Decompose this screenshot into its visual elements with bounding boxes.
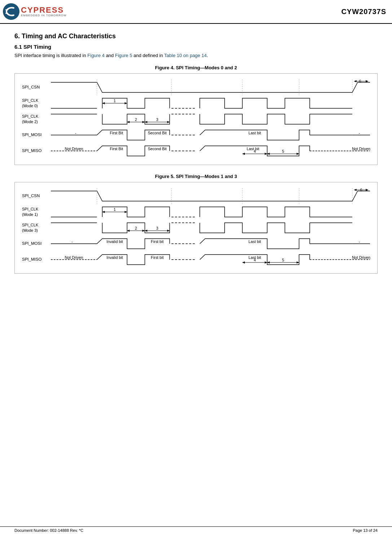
section-heading: 6. Timing and AC Characteristics [14, 32, 378, 40]
figure5-title: Figure 5. SPI Timing—Modes 1 and 3 [14, 174, 378, 179]
signal-wave-clk0: 1 [51, 95, 370, 111]
signal-row-csn: SPI_CSN [22, 79, 370, 95]
svg-text:Second Bit: Second Bit [148, 146, 167, 151]
signal-label-mosi: SPI_MOSI [22, 132, 51, 138]
svg-marker-74 [127, 230, 129, 232]
signal-row-clk0: SPI_CLK(Mode 0) [22, 95, 370, 111]
brand-name: CYPRESS [21, 6, 67, 14]
svg-marker-8 [366, 80, 368, 82]
svg-text:1: 1 [114, 98, 116, 103]
signal-label-csn2: SPI_CSN [22, 193, 51, 199]
signal-row-clk3: SPI_CLK(Mode 3) 2 [22, 220, 370, 236]
svg-marker-67 [102, 211, 105, 213]
svg-text:5: 5 [282, 257, 284, 262]
svg-marker-68 [125, 211, 127, 213]
svg-text:-: - [75, 130, 76, 135]
svg-marker-47 [296, 153, 299, 155]
figure5-link[interactable]: Figure 5 [115, 53, 132, 58]
svg-text:Not Driven: Not Driven [65, 146, 83, 151]
signal-label-clk1: SPI_CLK(Mode 1) [22, 207, 51, 217]
svg-text:6: 6 [360, 187, 362, 192]
svg-text:Second Bit: Second Bit [148, 130, 167, 135]
signal-row-miso: SPI_MISO [22, 143, 370, 159]
svg-text:5: 5 [282, 149, 284, 153]
page-footer: Document Number: 002-14888 Rev. *C Page … [0, 526, 392, 534]
svg-text:1: 1 [114, 207, 116, 211]
svg-text:-: - [71, 239, 73, 243]
signal-wave-clk2: 2 3 [51, 111, 370, 127]
document-number: Document Number: 002-14888 Rev. *C [14, 528, 83, 533]
svg-text:First bit: First bit [151, 239, 163, 243]
svg-text:6: 6 [359, 79, 361, 83]
page-header: CYPRESS EMBEDDED IN TOMORROW CYW20737S [0, 0, 392, 24]
subsection-heading: 6.1 SPI Timing [14, 44, 378, 50]
svg-text:3: 3 [156, 117, 158, 121]
svg-marker-99 [267, 261, 270, 264]
svg-text:Not Driven: Not Driven [352, 146, 370, 151]
svg-text:First Bit: First Bit [110, 146, 123, 151]
signal-label-miso2: SPI_MISO [22, 257, 51, 262]
signal-wave-mosi2: - Invalid bit First bit Last bit - [51, 236, 370, 252]
signal-label-clk3: SPI_CLK(Mode 3) [22, 222, 51, 233]
svg-text:2: 2 [135, 117, 137, 121]
svg-text:Last bit: Last bit [248, 130, 261, 135]
signal-wave-clk1: 1 [51, 204, 370, 220]
signal-wave-csn: 6 [51, 79, 370, 95]
signal-row-miso2: SPI_MISO 4 [22, 252, 370, 268]
signal-row-clk2: SPI_CLK(Mode 2) [22, 111, 370, 127]
page-number: Page 13 of 24 [353, 528, 378, 533]
svg-marker-25 [145, 121, 147, 123]
signal-row-csn2: SPI_CSN [22, 188, 370, 204]
svg-text:Last bit: Last bit [248, 239, 261, 243]
svg-marker-42 [242, 153, 245, 155]
intro-paragraph: SPI interface timing is illustrated in F… [14, 52, 378, 59]
svg-marker-21 [127, 121, 129, 123]
svg-text:Invalid bit: Invalid bit [106, 255, 123, 259]
svg-marker-100 [296, 261, 299, 264]
svg-text:3: 3 [156, 226, 158, 230]
svg-text:Not Driven: Not Driven [65, 255, 83, 259]
svg-text:First Bit: First Bit [110, 130, 123, 135]
signal-row-mosi2: SPI_MOSI - Invalid bit First [22, 236, 370, 252]
svg-marker-15 [125, 102, 127, 104]
signal-label-clk0: SPI_CLK(Mode 0) [22, 98, 51, 108]
svg-marker-46 [267, 153, 270, 155]
signal-label-clk2: SPI_CLK(Mode 2) [22, 114, 51, 124]
svg-text:Last bit: Last bit [247, 146, 259, 151]
signal-label-csn: SPI_CSN [22, 84, 51, 90]
signal-row-mosi: SPI_MOSI [22, 127, 370, 143]
figure5-diagram: SPI_CSN [14, 182, 378, 274]
brand-text: CYPRESS EMBEDDED IN TOMORROW [21, 6, 67, 17]
table10-link[interactable]: Table 10 on page 14 [164, 53, 207, 58]
svg-marker-60 [354, 189, 357, 191]
svg-text:Not Driven: Not Driven [352, 255, 370, 259]
svg-marker-43 [265, 153, 267, 155]
svg-text:-: - [359, 130, 360, 135]
svg-marker-7 [354, 80, 357, 82]
signal-wave-miso2: 4 5 Not Driven Invalid bit First bit Las… [51, 252, 370, 268]
svg-marker-14 [102, 102, 105, 104]
svg-marker-78 [145, 230, 147, 232]
svg-text:First bit: First bit [151, 255, 163, 259]
svg-marker-26 [167, 121, 170, 123]
document-id: CYW20737S [341, 8, 386, 16]
svg-text:Invalid bit: Invalid bit [106, 239, 123, 243]
signal-label-miso: SPI_MISO [22, 148, 51, 153]
svg-text:2: 2 [135, 226, 137, 230]
cypress-logo: CYPRESS EMBEDDED IN TOMORROW [3, 3, 67, 20]
signal-row-clk1: SPI_CLK(Mode 1) [22, 204, 370, 220]
brand-sub: EMBEDDED IN TOMORROW [21, 14, 67, 17]
logo-area: CYPRESS EMBEDDED IN TOMORROW [3, 3, 67, 20]
svg-marker-79 [167, 230, 170, 232]
figure4-title: Figure 4. SPI Timing—Modes 0 and 2 [14, 65, 378, 70]
figure4-link[interactable]: Figure 4 [87, 53, 105, 58]
svg-point-0 [3, 4, 19, 19]
svg-marker-96 [265, 261, 267, 264]
signal-wave-clk3: 2 3 [51, 220, 370, 236]
signal-wave-miso: 4 5 Not Driven First Bit Second Bit Last… [51, 143, 370, 159]
svg-text:Last bit: Last bit [248, 255, 261, 259]
svg-marker-22 [142, 121, 145, 123]
svg-marker-61 [366, 189, 368, 191]
svg-marker-75 [142, 230, 145, 232]
figure4-diagram: SPI_CSN [14, 73, 378, 165]
